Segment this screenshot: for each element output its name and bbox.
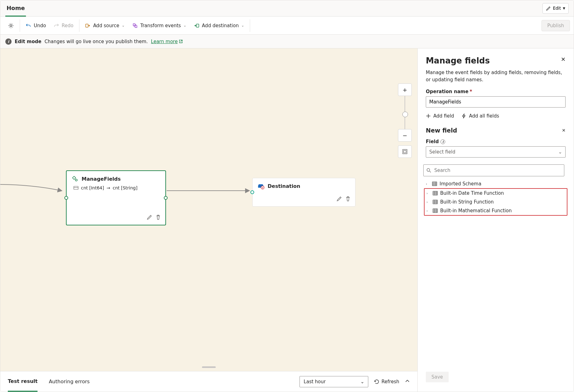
panel-title: Manage fields [426,56,490,65]
close-panel-button[interactable]: ✕ [561,56,566,63]
node-title: Destination [268,183,300,189]
tab-home[interactable]: Home [5,0,26,17]
svg-rect-11 [404,150,406,153]
operation-name-label: Operation name* [418,89,574,94]
zoom-in-button[interactable]: + [398,83,412,96]
add-destination-icon [194,23,199,28]
lightning-icon [461,113,466,118]
caret-down-icon: ▼ [563,7,565,10]
svg-point-12 [427,168,430,171]
add-destination-button[interactable]: Add destination ⌄ [190,20,248,32]
svg-rect-4 [196,24,199,27]
add-field-button[interactable]: Add field [426,113,454,119]
table-icon [432,182,437,186]
search-icon [426,168,431,173]
tree-item-string-function[interactable]: › Built-in String Function [425,198,567,206]
edit-mode-label: Edit mode [15,39,41,44]
resize-handle[interactable] [202,366,216,368]
add-source-icon [85,23,91,28]
svg-rect-7 [74,186,78,189]
chevron-right-icon: › [426,209,430,213]
divider [250,19,250,32]
bottom-bar: Test result Authoring errors Last hour ⌄… [0,371,417,392]
table-icon [433,191,438,195]
field-label: Field i [418,136,574,144]
delete-node-button[interactable] [345,196,351,203]
svg-point-6 [75,179,77,181]
node-body-to: cnt [String] [113,185,137,190]
search-input[interactable] [423,164,564,176]
add-source-label: Add source [93,23,119,28]
info-icon: i [5,38,12,45]
save-button[interactable]: Save [426,372,449,382]
tree-item-math-function[interactable]: › Built-in Mathematical Function [425,206,567,215]
edit-node-button[interactable] [336,196,342,203]
svg-rect-2 [133,24,135,26]
svg-rect-24 [433,200,437,204]
edit-mode-msg: Changes will go live once you publish th… [44,39,148,44]
refresh-button[interactable]: Refresh [374,379,399,384]
tree-item-label: Built-in Date Time Function [440,190,504,196]
svg-rect-3 [135,26,137,28]
svg-point-0 [10,25,12,27]
svg-point-5 [73,177,75,179]
new-field-heading: New field [426,127,457,134]
column-icon [73,186,78,190]
port-in[interactable] [64,196,68,200]
edit-button-label: Edit [553,6,561,11]
divider [79,19,79,32]
gear-icon [8,23,14,29]
add-all-fields-label: Add all fields [469,113,499,119]
svg-line-13 [430,171,431,173]
edit-button[interactable]: Edit ▼ [542,3,569,14]
redo-icon [53,23,59,28]
arrow-right-icon: → [107,185,110,190]
tab-test-result[interactable]: Test result [8,371,38,392]
tab-authoring-errors[interactable]: Authoring errors [49,371,90,392]
select-field-placeholder: Select field [429,149,455,155]
settings-button[interactable] [4,20,18,32]
side-panel: Manage fields ✕ Manage the event fields … [417,48,574,392]
operation-name-input[interactable] [426,96,566,108]
svg-rect-14 [432,182,437,186]
plus-icon [426,113,431,118]
delete-node-button[interactable] [155,214,161,221]
add-destination-label: Add destination [202,23,239,28]
table-icon [433,209,438,213]
time-range-select[interactable]: Last hour ⌄ [300,376,368,387]
external-link-icon [179,39,183,43]
chevron-down-icon: ⌄ [122,23,125,28]
svg-point-9 [261,186,264,189]
select-field-dropdown[interactable]: Select field ⌄ [426,146,566,158]
learn-more-link[interactable]: Learn more [151,39,183,44]
close-new-field-button[interactable]: ✕ [562,128,566,133]
table-icon [433,200,438,204]
zoom-slider[interactable] [405,96,405,129]
svg-rect-1 [86,24,88,27]
pipeline-canvas[interactable]: ManageFields cnt [Int64] → cnt [String] [0,48,417,392]
undo-icon [26,23,31,28]
redo-button[interactable]: Redo [50,20,77,32]
tree-item-imported-schema[interactable]: › Imported Schema [424,179,567,188]
undo-button[interactable]: Undo [22,20,50,32]
divider [20,19,20,32]
toolbar: Undo Redo Add source ⌄ Transform [0,17,574,35]
node-managefields[interactable]: ManageFields cnt [Int64] → cnt [String] [66,170,166,225]
edit-node-button[interactable] [147,214,152,221]
node-destination[interactable]: Destination [252,178,355,207]
refresh-icon [374,379,380,384]
field-tree: › Imported Schema › Built-in Date Time F… [418,178,574,217]
add-source-button[interactable]: Add source ⌄ [81,20,128,32]
port-in[interactable] [250,190,254,194]
zoom-out-button[interactable]: − [398,129,412,142]
fit-to-screen-button[interactable] [398,145,412,158]
tree-item-datetime-function[interactable]: › Built-in Date Time Function [425,189,567,198]
add-field-label: Add field [433,113,454,119]
tree-item-label: Built-in Mathematical Function [440,208,512,214]
port-out[interactable] [164,196,168,200]
publish-button[interactable]: Publish [541,20,570,31]
transform-events-button[interactable]: Transform events ⌄ [128,20,190,32]
destination-icon [258,183,264,189]
add-all-fields-button[interactable]: Add all fields [461,113,499,119]
collapse-panel-button[interactable] [405,379,410,384]
